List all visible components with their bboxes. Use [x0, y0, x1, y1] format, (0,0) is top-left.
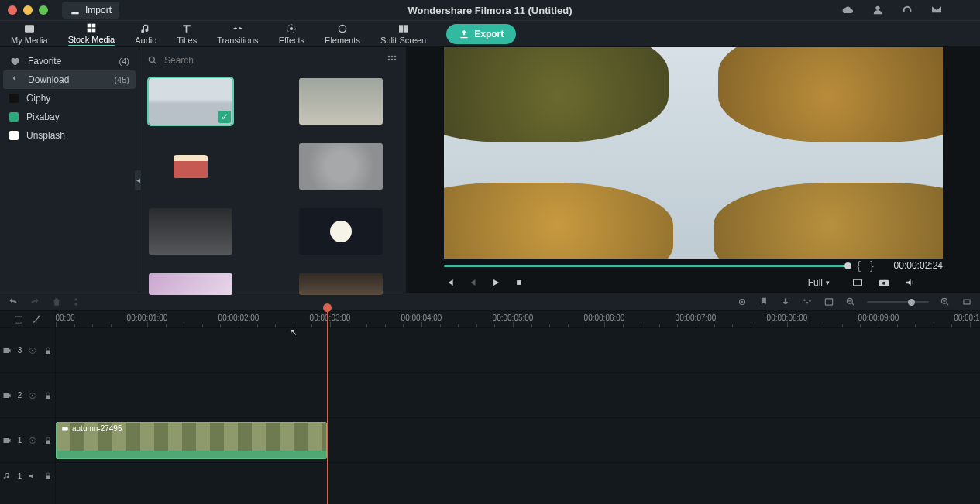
track-header-v3[interactable]: 3 [0, 328, 55, 373]
thumbnail-item[interactable] [299, 78, 383, 125]
mark-in-button[interactable]: { [857, 259, 861, 272]
sidebar-unsplash[interactable]: Unsplash [0, 126, 139, 145]
mark-out-button[interactable]: } [870, 259, 874, 272]
scrubber-knob[interactable] [844, 262, 851, 269]
lock-icon[interactable] [43, 346, 53, 355]
preview-quality-select[interactable]: Full ▾ [808, 277, 830, 288]
more-tools-button[interactable] [95, 297, 105, 307]
tab-titles[interactable]: Titles [169, 22, 205, 45]
chevron-down-icon: ▾ [826, 279, 830, 286]
timeline-canvas[interactable]: 00:00 00:00:01:00 00:00:02:00 00:00:03:0… [56, 311, 980, 504]
quality-label: Full [808, 277, 823, 288]
svg-rect-1 [25, 25, 34, 32]
zoom-out-button[interactable] [845, 297, 856, 307]
lock-icon[interactable] [43, 471, 53, 481]
sidebar-item-label: Unsplash [26, 130, 65, 141]
support-icon[interactable] [901, 4, 913, 16]
view-mode-button[interactable] [386, 53, 398, 68]
tab-my-media[interactable]: My Media [3, 22, 56, 45]
import-button[interactable]: Import [62, 2, 119, 19]
preview-viewport[interactable] [444, 47, 943, 259]
sidebar-download[interactable]: Download (45) [3, 70, 136, 89]
marker-button[interactable] [758, 297, 769, 307]
stop-button[interactable] [514, 277, 524, 288]
preview-scrubber[interactable] [444, 265, 848, 267]
track-header-v2[interactable]: 2 [0, 373, 55, 418]
prev-frame-button[interactable] [444, 277, 455, 288]
playhead[interactable] [327, 311, 328, 504]
close-window-button[interactable] [8, 5, 17, 15]
svg-point-14 [394, 55, 397, 57]
export-button[interactable]: Export [446, 24, 516, 44]
sidebar-giphy[interactable]: Giphy [0, 89, 139, 108]
eye-icon[interactable] [28, 346, 37, 355]
eye-icon[interactable] [28, 391, 37, 400]
undo-button[interactable] [8, 297, 19, 307]
lock-icon[interactable] [43, 391, 53, 400]
video-track-3[interactable] [56, 328, 980, 373]
svg-rect-10 [404, 25, 407, 32]
render-preview-button[interactable] [851, 276, 864, 289]
timeline-clip[interactable]: autumn-27495 [56, 422, 327, 459]
svg-rect-3 [92, 23, 96, 27]
message-icon[interactable] [930, 4, 943, 16]
updates-icon[interactable] [960, 4, 972, 16]
thumbnail-item[interactable] [149, 78, 232, 125]
svg-point-25 [803, 300, 805, 301]
thumbnail-item[interactable] [149, 143, 232, 190]
zoom-fit-button[interactable] [961, 297, 972, 307]
tab-effects[interactable]: Effects [271, 22, 312, 45]
svg-rect-42 [46, 476, 50, 480]
manage-tracks-button[interactable] [13, 314, 24, 325]
search-input[interactable] [164, 55, 319, 66]
speaker-icon[interactable] [28, 471, 37, 481]
step-back-button[interactable] [467, 277, 478, 288]
sidebar-pixabay[interactable]: Pixabay [0, 108, 139, 126]
fullscreen-button[interactable] [930, 276, 943, 289]
thumbnail-item[interactable] [149, 273, 232, 295]
audio-track-1[interactable] [56, 463, 980, 489]
zoom-knob[interactable] [908, 299, 915, 306]
thumbnail-item[interactable] [149, 208, 232, 255]
minimize-window-button[interactable] [23, 5, 33, 15]
cloud-icon[interactable] [842, 4, 854, 16]
volume-button[interactable] [904, 276, 916, 289]
picture-button[interactable] [824, 297, 834, 307]
timeline-zoom-slider[interactable] [867, 301, 929, 303]
thumbnail-item[interactable] [299, 143, 383, 190]
video-track-1[interactable]: autumn-27495 [56, 418, 980, 463]
voiceover-button[interactable] [780, 297, 791, 307]
account-icon[interactable] [872, 4, 884, 16]
track-header-a1[interactable]: 1 [0, 463, 55, 489]
effects-icon [284, 22, 298, 35]
thumbnail-item[interactable] [299, 273, 383, 295]
play-button[interactable] [490, 277, 501, 288]
sidebar-favorite[interactable]: Favorite (4) [0, 52, 139, 70]
track-header-v1[interactable]: 1 [0, 418, 55, 463]
preview-timecode: 00:00:02:24 [894, 260, 943, 271]
thumbnail-item[interactable] [299, 208, 383, 255]
color-match-button[interactable] [737, 297, 748, 307]
tab-audio[interactable]: Audio [127, 22, 164, 45]
delete-button[interactable] [51, 297, 62, 307]
tab-transitions[interactable]: Transitions [209, 22, 266, 45]
tab-elements[interactable]: Elements [317, 22, 368, 45]
zoom-in-button[interactable] [940, 297, 951, 307]
ruler-label: 00:00:09:00 [858, 314, 899, 322]
svg-rect-4 [88, 28, 91, 32]
adjust-tracks-button[interactable] [32, 314, 43, 325]
split-clip-button[interactable] [73, 297, 84, 307]
eye-icon[interactable] [28, 436, 37, 445]
zoom-window-button[interactable] [39, 5, 48, 15]
playhead-knob[interactable] [323, 303, 332, 312]
time-ruler[interactable]: 00:00 00:00:01:00 00:00:02:00 00:00:03:0… [56, 311, 980, 328]
sidebar-collapse-handle[interactable]: ◂ [135, 170, 141, 190]
tab-split-screen[interactable]: Split Screen [373, 22, 434, 45]
video-track-2[interactable] [56, 373, 980, 418]
sidebar-item-label: Favorite [28, 56, 61, 67]
redo-button[interactable] [29, 297, 40, 307]
tab-stock-media[interactable]: Stock Media [60, 22, 123, 46]
snapshot-button[interactable] [878, 276, 890, 289]
mixer-button[interactable] [802, 297, 813, 307]
lock-icon[interactable] [43, 436, 53, 445]
